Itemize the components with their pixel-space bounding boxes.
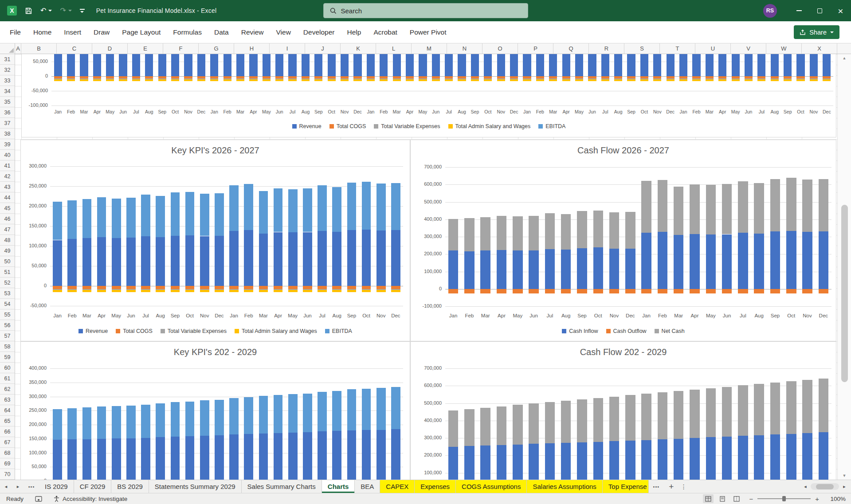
row-header-52[interactable]: 52	[0, 277, 15, 288]
chart-card-0[interactable]: -100,000-50,000050,000100,000150,000200,…	[21, 54, 836, 137]
chart-card-cash-flow-2026-2027[interactable]: Cash Flow 2026 - 2027-100,0000100,000200…	[410, 140, 836, 341]
select-all-button[interactable]	[0, 43, 15, 54]
zoom-in-button[interactable]: +	[815, 495, 819, 503]
row-header-62[interactable]: 62	[0, 384, 15, 395]
row-header-40[interactable]: 40	[0, 150, 15, 160]
column-header-T[interactable]: T	[660, 43, 695, 54]
row-header-48[interactable]: 48	[0, 235, 15, 246]
column-header-I[interactable]: I	[270, 43, 305, 54]
redo-button[interactable]: ↷	[60, 7, 71, 14]
row-header-47[interactable]: 47	[0, 224, 15, 235]
ribbon-tab-data[interactable]: Data	[208, 21, 235, 43]
row-header-46[interactable]: 46	[0, 214, 15, 224]
row-header-37[interactable]: 37	[0, 118, 15, 129]
row-header-38[interactable]: 38	[0, 129, 15, 139]
row-header-67[interactable]: 67	[0, 437, 15, 448]
sheet-tab-cogs-assumptions[interactable]: COGS Assumptions	[456, 480, 527, 493]
ribbon-tab-insert[interactable]: Insert	[58, 21, 87, 43]
ribbon-tab-draw[interactable]: Draw	[87, 21, 116, 43]
normal-view-button[interactable]	[703, 494, 714, 503]
column-header-Q[interactable]: Q	[553, 43, 589, 54]
avatar[interactable]: RS	[763, 4, 777, 18]
row-header-54[interactable]: 54	[0, 299, 15, 309]
page-break-preview-button[interactable]	[731, 494, 742, 503]
chart-card-key-kpi-s-2026-2027[interactable]: Key KPI's 2026 - 2027-50,000050,000100,0…	[20, 140, 410, 341]
column-header-V[interactable]: V	[731, 43, 766, 54]
sheet-tab-charts[interactable]: Charts	[322, 480, 355, 493]
row-header-55[interactable]: 55	[0, 309, 15, 320]
scroll-up-icon[interactable]: ▲	[838, 56, 851, 60]
row-header-64[interactable]: 64	[0, 405, 15, 416]
column-header-K[interactable]: K	[341, 43, 376, 54]
scroll-left-icon[interactable]: ◄	[801, 484, 809, 489]
sheet-nav-prev-button[interactable]: ◄	[0, 480, 12, 493]
row-header-43[interactable]: 43	[0, 182, 15, 192]
row-header-58[interactable]: 58	[0, 341, 15, 352]
row-header-41[interactable]: 41	[0, 160, 15, 171]
row-header-61[interactable]: 61	[0, 373, 15, 384]
row-header-42[interactable]: 42	[0, 171, 15, 182]
column-header-W[interactable]: W	[766, 43, 802, 54]
sheet-tab-salaries-assumptions[interactable]: Salaries Assumptions	[527, 480, 602, 493]
column-header-L[interactable]: L	[376, 43, 412, 54]
row-header-32[interactable]: 32	[0, 65, 15, 75]
column-header-J[interactable]: J	[305, 43, 341, 54]
column-header-G[interactable]: G	[199, 43, 234, 54]
column-header-N[interactable]: N	[447, 43, 482, 54]
row-header-35[interactable]: 35	[0, 97, 15, 107]
chart-card-cash-flow-202-2029[interactable]: Cash Flow 202 - 2029-100,0000100,000200,…	[410, 341, 836, 480]
column-header-P[interactable]: P	[518, 43, 553, 54]
horizontal-scrollbar-thumb[interactable]	[816, 484, 834, 489]
zoom-slider[interactable]	[757, 498, 811, 499]
column-header-D[interactable]: D	[92, 43, 128, 54]
scroll-down-icon[interactable]: ▼	[838, 473, 851, 478]
row-header-45[interactable]: 45	[0, 203, 15, 214]
sheet-tab-statements-summary-2029[interactable]: Statements Summary 2029	[149, 480, 242, 493]
column-header-A[interactable]: A	[15, 43, 21, 54]
horizontal-scrollbar-track[interactable]	[811, 483, 839, 490]
row-header-53[interactable]: 53	[0, 288, 15, 299]
row-header-65[interactable]: 65	[0, 416, 15, 426]
ribbon-tab-acrobat[interactable]: Acrobat	[367, 21, 403, 43]
sheet-tab-capex[interactable]: CAPEX	[380, 480, 415, 493]
row-header-59[interactable]: 59	[0, 352, 15, 363]
column-header-E[interactable]: E	[128, 43, 163, 54]
row-header-31[interactable]: 31	[0, 54, 15, 65]
sheet-nav-next-button[interactable]: ►	[12, 480, 24, 493]
sheet-tab-is-2029[interactable]: IS 2029	[39, 480, 74, 493]
sheet-options-kebab-icon[interactable]: ⋮	[679, 480, 689, 493]
column-header-F[interactable]: F	[163, 43, 199, 54]
add-sheet-button[interactable]: +	[664, 480, 679, 493]
column-header-S[interactable]: S	[624, 43, 660, 54]
column-header-R[interactable]: R	[589, 43, 624, 54]
horizontal-scrollbar[interactable]: ◄ ►	[801, 480, 851, 493]
row-header-57[interactable]: 57	[0, 331, 15, 341]
row-header-63[interactable]: 63	[0, 395, 15, 405]
row-header-66[interactable]: 66	[0, 426, 15, 437]
scroll-right-icon[interactable]: ►	[840, 484, 848, 489]
accessibility-status[interactable]: Accessibility: Investigate	[54, 496, 127, 502]
undo-button[interactable]: ↶	[40, 7, 52, 14]
row-header-36[interactable]: 36	[0, 107, 15, 118]
minimize-button[interactable]	[788, 0, 809, 21]
ribbon-tab-power-pivot[interactable]: Power Pivot	[404, 21, 453, 43]
row-header-50[interactable]: 50	[0, 256, 15, 267]
zoom-level[interactable]: 100%	[826, 496, 846, 502]
ribbon-tab-developer[interactable]: Developer	[297, 21, 341, 43]
row-header-56[interactable]: 56	[0, 320, 15, 331]
share-button[interactable]: Share	[794, 25, 839, 39]
sheet-tab-sales-summary-charts[interactable]: Sales Summary Charts	[242, 480, 322, 493]
row-header-51[interactable]: 51	[0, 267, 15, 277]
ribbon-tab-page-layout[interactable]: Page Layout	[116, 21, 167, 43]
column-header-C[interactable]: C	[57, 43, 92, 54]
chart-card-key-kpi-s-202-2029[interactable]: Key KPI's 202 - 2029-50,000050,000100,00…	[20, 341, 410, 480]
column-header-M[interactable]: M	[412, 43, 447, 54]
macro-record-button[interactable]	[35, 496, 42, 502]
row-header-70[interactable]: 70	[0, 469, 15, 480]
ribbon-tab-formulas[interactable]: Formulas	[167, 21, 208, 43]
customize-quick-access-button[interactable]	[80, 9, 85, 13]
ribbon-tab-home[interactable]: Home	[27, 21, 58, 43]
zoom-out-button[interactable]: −	[749, 495, 753, 503]
vertical-scrollbar[interactable]: ▲ ▼	[837, 54, 851, 480]
row-header-49[interactable]: 49	[0, 246, 15, 256]
